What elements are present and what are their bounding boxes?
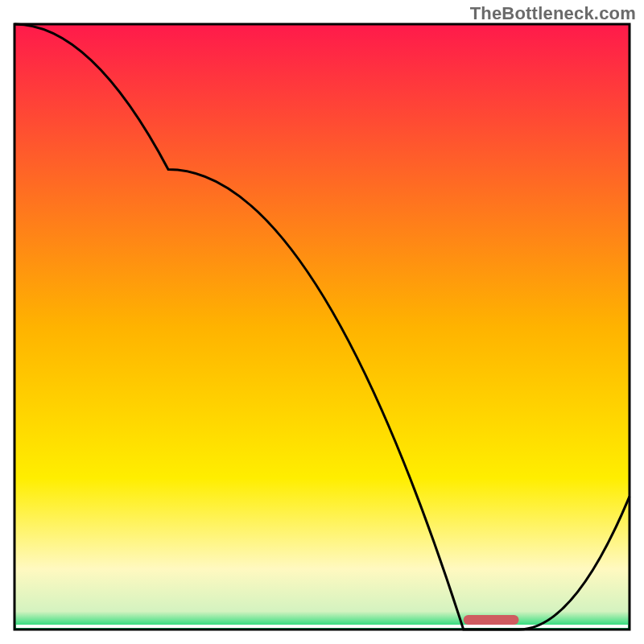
chart-stage: TheBottleneck.com bbox=[0, 0, 644, 644]
plot-background bbox=[14, 24, 630, 630]
bottleneck-chart bbox=[0, 0, 644, 644]
watermark-text: TheBottleneck.com bbox=[470, 3, 636, 24]
target-range-bar bbox=[464, 615, 519, 625]
